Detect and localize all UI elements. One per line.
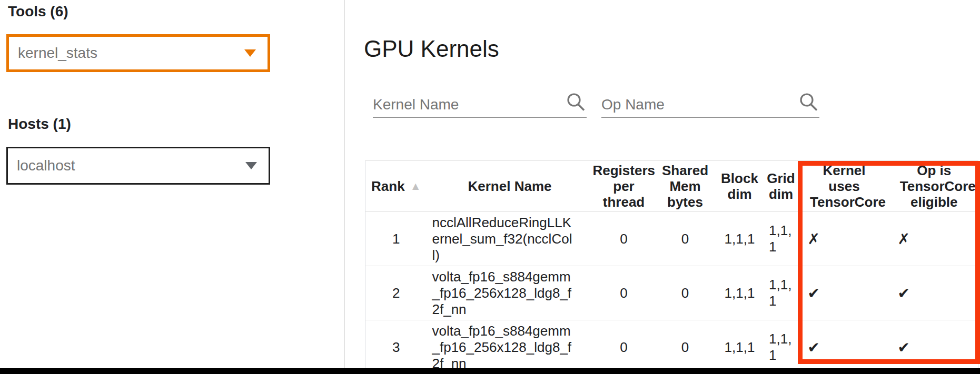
grid-dim-cell: 1,1,1 [764,320,798,374]
chevron-down-icon [244,49,256,57]
grid-dim-cell: 1,1,1 [764,212,798,266]
block-dim-cell: 1,1,1 [716,320,764,374]
shared-mem-bytes-cell: 0 [655,266,716,320]
kernel-table-body: 1ncclAllReduceRingLLKernel_sum_f32(ncclC… [365,212,978,374]
column-header-op-tensorcore-eligible[interactable]: Op is TensorCore eligible [890,161,978,212]
block-dim-cell: 1,1,1 [716,212,764,266]
column-header-shared-mem-bytes[interactable]: Shared Mem bytes [655,161,716,212]
search-icon [566,92,587,113]
column-header-grid-dim[interactable]: Grid dim [764,161,798,212]
kernel-uses-tensorcore-cell: ✔ [798,320,890,374]
page-title: GPU Kernels [364,36,499,62]
column-header-block-dim[interactable]: Block dim [716,161,764,212]
column-header-registers-per-thread[interactable]: Registers per thread [593,161,655,212]
rank-cell: 3 [365,320,427,374]
table-row: 2volta_fp16_s884gemm_fp16_256x128_ldg8_f… [365,266,978,320]
op-name-placeholder: Op Name [601,96,665,113]
grid-dim-cell: 1,1,1 [764,266,798,320]
kernel-name-placeholder: Kernel Name [373,96,459,113]
rank-cell: 1 [365,212,427,266]
hosts-select[interactable]: localhost [6,147,270,185]
table-row: 1ncclAllReduceRingLLKernel_sum_f32(ncclC… [365,212,978,266]
shared-mem-bytes-cell: 0 [655,212,716,266]
column-header-kernel-name[interactable]: Kernel Name [427,161,593,212]
op-tensorcore-eligible-cell: ✔ [890,320,978,374]
kernel-uses-tensorcore-cell: ✗ [798,212,890,266]
shared-mem-bytes-cell: 0 [655,320,716,374]
chevron-down-icon [245,162,257,169]
kernel-name-cell: volta_fp16_s884gemm_fp16_256x128_ldg8_f2… [427,266,593,320]
op-tensorcore-eligible-cell: ✔ [890,266,978,320]
hosts-heading: Hosts (1) [8,116,71,133]
gpu-kernels-table: Rank▲ Kernel Name Registers per thread S… [365,160,978,374]
sidebar-divider [344,0,345,368]
block-dim-cell: 1,1,1 [716,266,764,320]
registers-per-thread-cell: 0 [593,212,655,266]
table-header-row: Rank▲ Kernel Name Registers per thread S… [365,161,978,212]
tools-selected-value: kernel_stats [18,45,97,62]
op-name-filter-input[interactable]: Op Name [601,88,819,118]
table-row: 3volta_fp16_s884gemm_fp16_256x128_ldg8_f… [365,320,978,374]
hosts-selected-value: localhost [17,157,75,174]
column-header-kernel-uses-tensorcore[interactable]: Kernel uses TensorCore [798,161,890,212]
tools-select[interactable]: kernel_stats [6,34,270,72]
bottom-black-bar [0,368,980,374]
registers-per-thread-cell: 0 [593,320,655,374]
tools-heading: Tools (6) [8,3,68,20]
kernel-name-filter-input[interactable]: Kernel Name [373,88,587,118]
column-header-rank[interactable]: Rank▲ [365,161,427,212]
kernel-uses-tensorcore-cell: ✔ [798,266,890,320]
kernel-name-cell: volta_fp16_s884gemm_fp16_256x128_ldg8_f2… [427,320,593,374]
rank-cell: 2 [365,266,427,320]
kernel-name-cell: ncclAllReduceRingLLKernel_sum_f32(ncclCo… [427,212,593,266]
sort-ascending-icon: ▲ [410,180,421,192]
profiler-page: Tools (6) kernel_stats Hosts (1) localho… [0,0,980,374]
search-icon [798,92,819,113]
registers-per-thread-cell: 0 [593,266,655,320]
op-tensorcore-eligible-cell: ✗ [890,212,978,266]
